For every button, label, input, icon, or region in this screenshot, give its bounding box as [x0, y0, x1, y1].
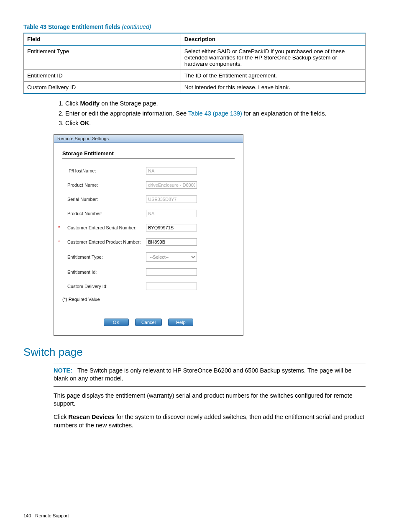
entitlement-id-input[interactable]	[146, 268, 197, 276]
cancel-button[interactable]: Cancel	[135, 319, 162, 326]
table-caption: Table 43 Storage Entitlement fields (con…	[23, 23, 366, 30]
col-header-field: Field	[24, 33, 181, 45]
step-text: Enter or edit the appropriate informatio…	[65, 110, 188, 117]
step-text: for an explanation of the fields.	[242, 110, 327, 117]
required-asterisk-icon: *	[58, 239, 62, 244]
procedure-steps: Click Modify on the Storage page. Enter …	[23, 100, 366, 128]
field-product-number: Product Number:	[62, 210, 235, 217]
remote-support-settings-panel: Remote Support Settings Storage Entitlem…	[54, 134, 243, 336]
body-paragraph: Click Rescan Devices for the system to d…	[54, 413, 366, 429]
cell-desc: Select either SAID or CarePackID if you …	[181, 45, 365, 70]
field-label: Entitlement Type:	[62, 254, 103, 260]
field-label: Customer Entered Serial Number:	[62, 225, 137, 230]
note-label: NOTE:	[54, 367, 72, 374]
table-caption-label: Table 43 Storage Entitlement fields	[23, 23, 120, 30]
customer-product-input[interactable]	[146, 238, 197, 246]
custom-delivery-id-input[interactable]	[146, 283, 197, 290]
note-text: The Switch page is only relevant to HP S…	[54, 367, 352, 382]
body-text: Click	[54, 414, 68, 420]
field-label: Custom Delivery Id:	[62, 284, 107, 289]
step-3: Click OK.	[65, 119, 366, 128]
col-header-description: Description	[181, 33, 365, 45]
step-emphasis: OK	[80, 120, 89, 126]
field-label: IP/HostName:	[62, 168, 96, 173]
step-text: .	[89, 120, 91, 126]
table-row: Custom Delivery ID Not intended for this…	[24, 82, 366, 94]
body-emphasis: Rescan Devices	[68, 414, 114, 420]
field-label: Product Number:	[62, 211, 102, 216]
cell-desc: Not intended for this release. Leave bla…	[181, 82, 365, 94]
footer-section: Remote Support	[35, 513, 69, 518]
serial-number-input	[146, 195, 197, 203]
customer-serial-input[interactable]	[146, 224, 197, 231]
page-footer: 140Remote Support	[23, 513, 366, 518]
step-text: on the Storage page.	[100, 100, 158, 107]
table-row: Entitlement Type Select either SAID or C…	[24, 45, 366, 70]
field-entitlement-type: Entitlement Type: --Select--	[62, 252, 235, 262]
help-button[interactable]: Help	[168, 319, 193, 326]
field-label: Serial Number:	[62, 197, 98, 202]
cell-field: Entitlement Type	[24, 45, 181, 70]
panel-section-title: Storage Entitlement	[62, 150, 235, 159]
field-customer-serial: *Customer Entered Serial Number:	[62, 224, 235, 231]
step-text: Click	[65, 120, 80, 126]
field-custom-delivery-id: Custom Delivery Id:	[62, 283, 235, 290]
table-caption-continued: (continued)	[122, 23, 151, 30]
section-heading-switch-page: Switch page	[23, 346, 366, 359]
field-serial-number: Serial Number:	[62, 195, 235, 203]
product-name-input	[146, 181, 197, 189]
cell-desc: The ID of the Entitlement agreement.	[181, 70, 365, 82]
ip-hostname-input	[146, 167, 197, 175]
field-label: Product Name:	[62, 182, 98, 188]
step-emphasis: Modify	[80, 100, 100, 107]
field-label: Entitlement Id:	[62, 270, 97, 275]
note-block: NOTE: The Switch page is only relevant t…	[54, 363, 366, 387]
entitlement-type-select[interactable]: --Select--	[146, 252, 197, 262]
product-number-input	[146, 210, 197, 217]
cell-field: Custom Delivery ID	[24, 82, 181, 94]
table-row: Entitlement ID The ID of the Entitlement…	[24, 70, 366, 82]
field-product-name: Product Name:	[62, 181, 235, 189]
page-number: 140	[23, 513, 31, 518]
panel-title: Remote Support Settings	[54, 135, 243, 143]
step-text: Click	[65, 100, 80, 107]
field-customer-product: *Customer Entered Product Number:	[62, 238, 235, 246]
cross-reference-link[interactable]: Table 43 (page 139)	[188, 110, 242, 117]
body-paragraph: This page displays the entitlement (warr…	[54, 392, 366, 408]
field-label: Customer Entered Product Number:	[62, 239, 141, 244]
required-value-note: (*) Required Value	[62, 297, 235, 302]
storage-entitlement-fields-table: Field Description Entitlement Type Selec…	[23, 33, 366, 94]
cell-field: Entitlement ID	[24, 70, 181, 82]
required-asterisk-icon: *	[58, 225, 62, 230]
ok-button[interactable]: OK	[104, 319, 129, 326]
step-2: Enter or edit the appropriate informatio…	[65, 110, 366, 118]
field-entitlement-id: Entitlement Id:	[62, 268, 235, 276]
field-ip-hostname: IP/HostName:	[62, 167, 235, 175]
step-1: Click Modify on the Storage page.	[65, 100, 366, 108]
